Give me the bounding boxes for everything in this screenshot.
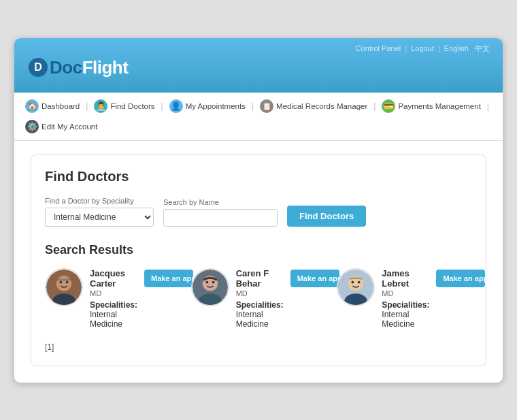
results-title: Search Results bbox=[45, 243, 472, 257]
doctor-degree-1: MD bbox=[90, 289, 137, 297]
name-input[interactable] bbox=[163, 209, 278, 227]
nav-find-doctors-label: Find Doctors bbox=[110, 102, 154, 110]
appointment-btn-3[interactable]: Make an appointment bbox=[436, 270, 485, 287]
nav-payments[interactable]: 💳 Payments Management bbox=[378, 97, 484, 116]
doctor-name-3: James Lebret bbox=[382, 268, 429, 289]
logout-link[interactable]: Logout bbox=[411, 44, 434, 52]
svg-text:D: D bbox=[34, 61, 42, 73]
svg-point-12 bbox=[212, 280, 214, 283]
doctor-speciality-3: Internal Medicine bbox=[382, 310, 429, 329]
nav-payments-label: Payments Management bbox=[398, 102, 480, 110]
svg-point-5 bbox=[60, 280, 63, 283]
search-form: Find a Doctor by Speciality Internal Med… bbox=[45, 197, 472, 227]
nav-sep-3: | bbox=[251, 101, 254, 111]
nav-find-doctors[interactable]: 👨‍⚕️ Find Doctors bbox=[90, 97, 159, 116]
nav-sep-1: | bbox=[85, 101, 88, 111]
doctors-grid: Jacques Carter MD Specialities: Internal… bbox=[45, 268, 472, 329]
nav-appointments[interactable]: 👤 My Appointments bbox=[165, 97, 250, 116]
doctor-name-1: Jacques Carter bbox=[90, 268, 137, 289]
appointment-btn-1[interactable]: Make an appointment bbox=[144, 270, 193, 287]
nav-edit-account-label: Edit My Account bbox=[41, 123, 97, 131]
navbar: 🏠 Dashboard | 👨‍⚕️ Find Doctors | 👤 My A… bbox=[14, 93, 503, 141]
edit-account-icon: ⚙️ bbox=[25, 120, 39, 133]
svg-point-6 bbox=[66, 280, 69, 283]
logo-text: DocFlight bbox=[50, 57, 128, 78]
nav-medical-records[interactable]: 📋 Medical Records Manager bbox=[256, 97, 371, 116]
nav-sep-5: | bbox=[486, 101, 490, 111]
doctor-avatar-3 bbox=[337, 268, 375, 306]
doctor-speciality-1: Internal Medicine bbox=[90, 310, 137, 329]
nav-appointments-label: My Appointments bbox=[186, 102, 246, 110]
header-top-links: Control Panel | Logout | English 中文 bbox=[354, 44, 492, 54]
content-box: Find Doctors Find a Doctor by Speciality… bbox=[31, 155, 486, 366]
page-title: Find Doctors bbox=[45, 169, 472, 184]
doctor-degree-3: MD bbox=[382, 289, 429, 297]
svg-rect-7 bbox=[56, 278, 71, 281]
nav-edit-account[interactable]: ⚙️ Edit My Account bbox=[21, 117, 101, 136]
doctor-specialities-label-2: Specialities: bbox=[236, 300, 284, 310]
appointment-btn-2[interactable]: Make an appointment bbox=[290, 270, 339, 287]
dashboard-icon: 🏠 bbox=[25, 99, 39, 113]
specialty-select[interactable]: Internal Medicine Cardiology Dermatology… bbox=[45, 208, 154, 227]
nav-dashboard-label: Dashboard bbox=[41, 102, 80, 110]
svg-point-3 bbox=[56, 276, 71, 291]
name-group: Search by Name bbox=[163, 198, 278, 227]
separator1: | bbox=[405, 44, 407, 52]
nav-sep-4: | bbox=[373, 101, 376, 111]
control-panel-link[interactable]: Control Panel bbox=[356, 44, 401, 52]
doctor-card-1: Jacques Carter MD Specialities: Internal… bbox=[45, 268, 180, 329]
payments-icon: 💳 bbox=[382, 99, 395, 113]
doctor-face-2 bbox=[193, 270, 228, 305]
specialty-group: Find a Doctor by Speciality Internal Med… bbox=[45, 197, 154, 227]
logo-icon: D bbox=[28, 57, 48, 78]
separator2: | bbox=[438, 44, 440, 52]
nav-dashboard[interactable]: 🏠 Dashboard bbox=[21, 97, 84, 116]
english-link[interactable]: English bbox=[444, 44, 469, 52]
medical-records-icon: 📋 bbox=[260, 99, 273, 113]
doctor-card-2: Caren F Behar MD Specialities: Internal … bbox=[191, 268, 327, 329]
doctor-info-2: Caren F Behar MD Specialities: Internal … bbox=[236, 268, 284, 329]
doctor-info-1: Jacques Carter MD Specialities: Internal… bbox=[90, 268, 137, 329]
name-label: Search by Name bbox=[163, 198, 278, 206]
svg-point-17 bbox=[358, 280, 361, 283]
svg-point-16 bbox=[352, 280, 354, 283]
find-doctors-icon: 👨‍⚕️ bbox=[94, 99, 107, 113]
doctor-face-3 bbox=[338, 270, 373, 305]
logo-flight: Flight bbox=[82, 57, 129, 78]
svg-point-11 bbox=[205, 280, 208, 283]
logo-doc: Doc bbox=[50, 57, 82, 78]
specialty-label: Find a Doctor by Speciality bbox=[45, 197, 154, 205]
doctor-card-3: James Lebret MD Specialities: Internal M… bbox=[337, 268, 472, 329]
doctor-name-2: Caren F Behar bbox=[236, 268, 284, 289]
doctor-face-1 bbox=[46, 270, 82, 305]
header: Control Panel | Logout | English 中文 D Do… bbox=[14, 38, 503, 93]
doctor-avatar-1 bbox=[45, 268, 83, 306]
doctor-specialities-label-1: Specialities: bbox=[90, 300, 137, 310]
chinese-link[interactable]: 中文 bbox=[475, 44, 490, 52]
nav-sep-2: | bbox=[161, 101, 164, 111]
pagination: [1] bbox=[45, 342, 472, 352]
doctor-info-3: James Lebret MD Specialities: Internal M… bbox=[382, 268, 429, 329]
nav-medical-records-label: Medical Records Manager bbox=[276, 102, 367, 110]
main-content: Find Doctors Find a Doctor by Speciality… bbox=[14, 141, 503, 383]
doctor-speciality-2: Internal Medicine bbox=[236, 310, 284, 329]
doctor-degree-2: MD bbox=[236, 289, 284, 297]
logo: D DocFlight bbox=[28, 57, 489, 78]
appointments-icon: 👤 bbox=[169, 99, 183, 113]
app-container: Control Panel | Logout | English 中文 D Do… bbox=[14, 37, 503, 383]
doctor-specialities-label-3: Specialities: bbox=[382, 300, 429, 310]
doctor-avatar-2 bbox=[191, 268, 229, 306]
find-doctors-button[interactable]: Find Doctors bbox=[287, 206, 366, 227]
